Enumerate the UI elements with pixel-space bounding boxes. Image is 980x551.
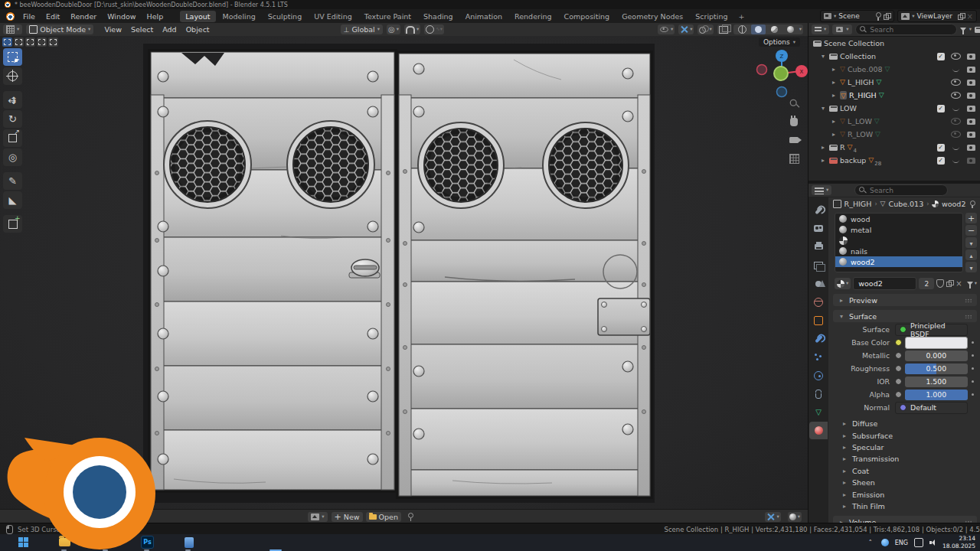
- start-button[interactable]: [17, 536, 30, 549]
- exclude-checkbox[interactable]: [934, 144, 947, 152]
- normal-button[interactable]: Default: [895, 402, 968, 414]
- close-icon[interactable]: [967, 12, 973, 21]
- workspace-tab-rendering[interactable]: Rendering: [509, 11, 557, 22]
- menu-render[interactable]: Render: [65, 12, 102, 21]
- keyframe-dot[interactable]: [972, 341, 975, 344]
- tool-rotate[interactable]: ↻: [3, 110, 22, 128]
- expand-icon[interactable]: [819, 53, 827, 60]
- hide-eye-toggle[interactable]: [949, 158, 962, 163]
- expand-icon[interactable]: [819, 105, 827, 112]
- base-color-swatch[interactable]: [905, 337, 968, 349]
- tool-add-cube[interactable]: [3, 215, 22, 233]
- tab-render[interactable]: [809, 220, 828, 237]
- unlink-icon[interactable]: [956, 279, 962, 288]
- tab-scene[interactable]: [809, 275, 828, 292]
- tab-world[interactable]: [809, 293, 828, 311]
- tab-material[interactable]: [809, 422, 828, 439]
- fake-user-icon[interactable]: [936, 279, 944, 288]
- section-emission[interactable]: Emission: [828, 488, 980, 500]
- tab-constraints[interactable]: [809, 385, 828, 403]
- tab-view-layer[interactable]: [809, 256, 828, 274]
- vent-grill[interactable]: [287, 121, 374, 208]
- material-slot-list[interactable]: wood metal nails wood2: [835, 213, 963, 272]
- workspace-tab-texture-paint[interactable]: Texture Paint: [359, 11, 416, 22]
- menu-help[interactable]: Help: [142, 12, 169, 21]
- xray-toggle[interactable]: [717, 24, 730, 34]
- material-name-field[interactable]: [853, 277, 916, 290]
- breadcrumb-object[interactable]: R_HIGH: [844, 200, 872, 208]
- clock[interactable]: 23:14 18.08.2025: [942, 535, 975, 550]
- tool-measure[interactable]: ◣: [3, 191, 22, 209]
- file-explorer-button[interactable]: [58, 536, 71, 549]
- expand-icon[interactable]: [830, 131, 838, 138]
- tool-transform[interactable]: ◎: [3, 148, 22, 166]
- select-mode-intersect[interactable]: [48, 37, 58, 47]
- expand-icon[interactable]: [830, 118, 838, 125]
- section-sheen[interactable]: Sheen: [828, 477, 980, 488]
- notification-icon[interactable]: [914, 538, 923, 547]
- section-coat[interactable]: Coat: [828, 465, 980, 477]
- editor-type-button[interactable]: ▾: [3, 24, 22, 34]
- breadcrumb-material[interactable]: wood2: [942, 200, 965, 208]
- section-thin-film[interactable]: Thin Film: [828, 500, 980, 512]
- tab-particles[interactable]: [809, 348, 828, 366]
- material-filter[interactable]: ▾: [967, 281, 977, 286]
- browse-material-button[interactable]: ▾: [835, 278, 851, 289]
- move-slot-down-button[interactable]: [965, 262, 977, 272]
- move-slot-up-button[interactable]: [965, 249, 977, 260]
- select-mode-new[interactable]: [2, 37, 12, 47]
- select-menu[interactable]: Select: [126, 25, 158, 34]
- orthographic-grid-icon[interactable]: [788, 152, 800, 165]
- new-image-button[interactable]: New: [332, 512, 363, 522]
- workspace-tab-compositing[interactable]: Compositing: [559, 11, 616, 22]
- language-indicator[interactable]: ENG: [895, 540, 908, 546]
- workspace-tab-uv-editing[interactable]: UV Editing: [309, 11, 358, 22]
- hide-eye-toggle[interactable]: [949, 53, 962, 60]
- transform-orientation-dropdown[interactable]: ⊥ Global ▾: [341, 24, 383, 34]
- disable-render-toggle[interactable]: [965, 54, 978, 60]
- keyframe-dot[interactable]: [972, 393, 975, 396]
- image-display-channels[interactable]: ▾: [788, 512, 802, 522]
- tray-app-icon[interactable]: [881, 539, 889, 546]
- hide-eye-toggle[interactable]: [949, 67, 962, 72]
- material-slot[interactable]: nails: [835, 246, 962, 256]
- gizmo-axis-z-neg[interactable]: [777, 87, 787, 97]
- gizmo-axis-x-neg[interactable]: [757, 65, 767, 75]
- section-diffuse[interactable]: Diffuse: [828, 418, 980, 429]
- tab-object[interactable]: [809, 311, 828, 329]
- new-collection-button[interactable]: [975, 27, 980, 33]
- outliner-row-r[interactable]: R 4: [808, 141, 980, 154]
- gizmo-axis-y[interactable]: [774, 67, 788, 80]
- outliner-filter-id[interactable]: ▾: [832, 24, 851, 34]
- panel-preview[interactable]: Preview: [833, 294, 977, 306]
- section-subsurface[interactable]: Subsurface: [828, 429, 980, 441]
- image-browse-button[interactable]: ▾: [308, 512, 327, 522]
- pin-icon[interactable]: [874, 12, 881, 20]
- outliner-row-r-high[interactable]: R_HIGH: [808, 89, 980, 102]
- workspace-tab-sculpting[interactable]: Sculpting: [263, 11, 307, 22]
- pin-icon[interactable]: [407, 513, 414, 520]
- image-view-menu[interactable]: View: [83, 513, 109, 521]
- pivot-point-dropdown[interactable]: ◎ ▾: [387, 24, 400, 34]
- material-slot[interactable]: [835, 235, 962, 246]
- outliner-row-scene-collection[interactable]: Scene Collection: [808, 37, 980, 50]
- select-mode-invert[interactable]: [37, 37, 47, 47]
- select-mode-extend[interactable]: [14, 37, 24, 47]
- door-patch-plate[interactable]: [598, 298, 650, 335]
- expand-icon[interactable]: [830, 66, 838, 73]
- workspace-tab-geometry-nodes[interactable]: Geometry Nodes: [616, 11, 688, 22]
- ior-slider[interactable]: 1.500: [905, 377, 968, 387]
- copy-icon[interactable]: [958, 13, 965, 20]
- metallic-slider[interactable]: 0.000: [905, 350, 968, 361]
- expand-icon[interactable]: [819, 144, 827, 151]
- zoom-icon[interactable]: [788, 97, 800, 109]
- tool-cursor[interactable]: [3, 67, 22, 85]
- overlays-toggle[interactable]: ▾: [697, 24, 713, 34]
- hide-eye-toggle[interactable]: [949, 79, 962, 86]
- outliner-search[interactable]: [855, 24, 957, 35]
- menu-window[interactable]: Window: [102, 12, 141, 21]
- tool-annotate[interactable]: ✎: [3, 172, 22, 190]
- viewlayer-selector[interactable]: ▾ ViewLayer: [897, 10, 977, 22]
- disable-render-toggle[interactable]: [965, 132, 978, 138]
- alpha-slider[interactable]: 1.000: [905, 390, 968, 400]
